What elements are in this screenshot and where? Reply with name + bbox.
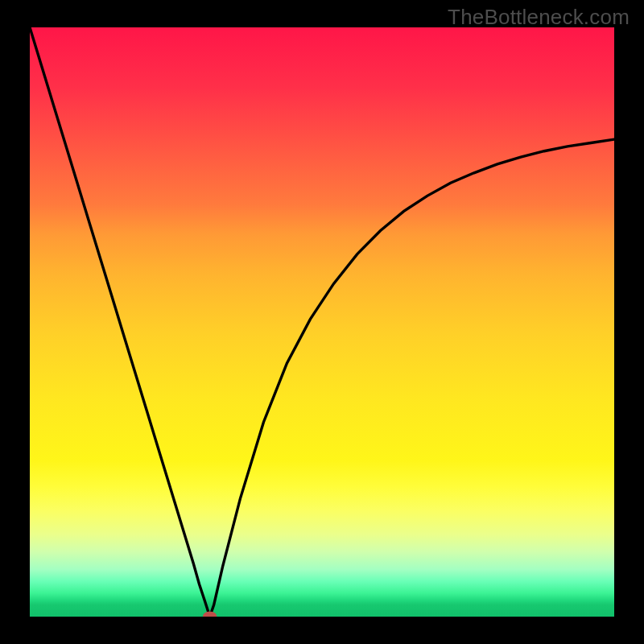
chart-frame: TheBottleneck.com: [0, 0, 644, 644]
bottleneck-curve-path: [30, 27, 614, 617]
watermark-label: TheBottleneck.com: [448, 5, 630, 30]
min-marker: [203, 611, 217, 617]
plot-area: [30, 27, 614, 617]
chart-svg: [30, 27, 614, 617]
